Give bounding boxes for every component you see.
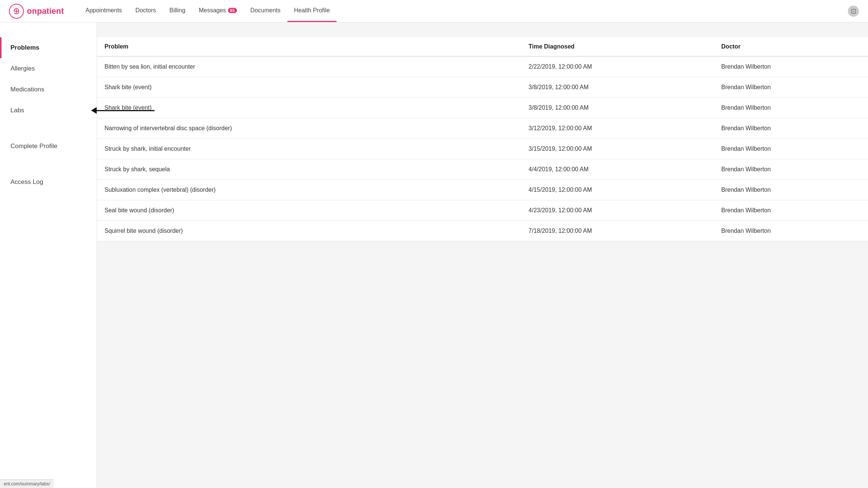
sidebar-item-complete-profile[interactable]: Complete Profile	[0, 136, 97, 157]
cell-problem: Struck by shark, initial encounter	[97, 139, 521, 159]
logo-text: onpatient	[27, 6, 64, 16]
sidebar-item-allergies[interactable]: Allergies	[0, 58, 97, 79]
logo[interactable]: onpatient	[9, 4, 64, 19]
cell-time: 7/18/2019, 12:00:00 AM	[521, 221, 714, 241]
cell-doctor: Brendan Wilberton	[714, 180, 868, 200]
col-header-problem: Problem	[97, 37, 521, 56]
table-header: Problem Time Diagnosed Doctor	[97, 37, 868, 56]
cell-time: 3/8/2019, 12:00:00 AM	[521, 98, 714, 118]
cell-time: 4/4/2019, 12:00:00 AM	[521, 159, 714, 180]
table-row: Shark bite (event)3/8/2019, 12:00:00 AMB…	[97, 77, 868, 98]
cell-doctor: Brendan Wilberton	[714, 221, 868, 241]
cell-time: 2/22/2019, 12:00:00 AM	[521, 56, 714, 77]
nav-links: Appointments Doctors Billing Messages 65…	[79, 0, 848, 22]
arrow-annotation	[91, 107, 154, 114]
cell-time: 3/15/2019, 12:00:00 AM	[521, 139, 714, 159]
cell-time: 3/12/2019, 12:00:00 AM	[521, 118, 714, 139]
cell-problem: Shark bite (event)	[97, 98, 521, 118]
sidebar-item-labs[interactable]: Labs	[0, 100, 97, 121]
cell-problem: Shark bite (event)	[97, 77, 521, 98]
logo-icon	[9, 4, 24, 19]
cell-doctor: Brendan Wilberton	[714, 200, 868, 221]
table-row: Squirrel bite wound (disorder)7/18/2019,…	[97, 221, 868, 241]
nav-right: ⊡	[848, 6, 859, 17]
status-bar: ent.com/summary/labs/	[0, 479, 54, 488]
cell-time: 3/8/2019, 12:00:00 AM	[521, 77, 714, 98]
cell-problem: Narrowing of intervertebral disc space (…	[97, 118, 521, 139]
sidebar-item-access-log[interactable]: Access Log	[0, 172, 97, 193]
content-area: Problem Time Diagnosed Doctor Bitten by …	[97, 22, 868, 488]
cell-doctor: Brendan Wilberton	[714, 159, 868, 180]
cell-problem: Struck by shark, sequela	[97, 159, 521, 180]
problems-table: Problem Time Diagnosed Doctor Bitten by …	[97, 37, 868, 241]
cell-doctor: Brendan Wilberton	[714, 56, 868, 77]
nav-item-health-profile[interactable]: Health Profile	[287, 0, 337, 22]
nav-item-documents[interactable]: Documents	[244, 0, 287, 22]
table-body: Bitten by sea lion, initial encounter2/2…	[97, 56, 868, 241]
cell-doctor: Brendan Wilberton	[714, 77, 868, 98]
table-row: Bitten by sea lion, initial encounter2/2…	[97, 56, 868, 77]
user-icon[interactable]: ⊡	[848, 6, 859, 17]
cell-problem: Bitten by sea lion, initial encounter	[97, 56, 521, 77]
cell-problem: Subluxation complex (vertebral) (disorde…	[97, 180, 521, 200]
col-header-doctor: Doctor	[714, 37, 868, 56]
nav-item-doctors[interactable]: Doctors	[129, 0, 163, 22]
messages-badge: 65	[228, 8, 237, 13]
sidebar-item-medications[interactable]: Medications	[0, 79, 97, 100]
cell-problem: Seal bite wound (disorder)	[97, 200, 521, 221]
main-container: Problems Allergies Medications Labs Comp…	[0, 22, 868, 488]
cell-doctor: Brendan Wilberton	[714, 118, 868, 139]
nav-item-messages[interactable]: Messages 65	[192, 0, 244, 22]
table-row: Struck by shark, initial encounter3/15/2…	[97, 139, 868, 159]
cell-time: 4/23/2019, 12:00:00 AM	[521, 200, 714, 221]
nav-item-billing[interactable]: Billing	[163, 0, 192, 22]
cell-doctor: Brendan Wilberton	[714, 98, 868, 118]
sidebar-item-problems[interactable]: Problems	[0, 37, 97, 58]
table-row: Shark bite (event)3/8/2019, 12:00:00 AMB…	[97, 98, 868, 118]
table-row: Struck by shark, sequela4/4/2019, 12:00:…	[97, 159, 868, 180]
table-row: Narrowing of intervertebral disc space (…	[97, 118, 868, 139]
cell-problem: Squirrel bite wound (disorder)	[97, 221, 521, 241]
navbar: onpatient Appointments Doctors Billing M…	[0, 0, 868, 22]
nav-item-appointments[interactable]: Appointments	[79, 0, 129, 22]
table-row: Seal bite wound (disorder)4/23/2019, 12:…	[97, 200, 868, 221]
table-row: Subluxation complex (vertebral) (disorde…	[97, 180, 868, 200]
cell-time: 4/15/2019, 12:00:00 AM	[521, 180, 714, 200]
cell-doctor: Brendan Wilberton	[714, 139, 868, 159]
sidebar: Problems Allergies Medications Labs Comp…	[0, 22, 97, 488]
col-header-time: Time Diagnosed	[521, 37, 714, 56]
